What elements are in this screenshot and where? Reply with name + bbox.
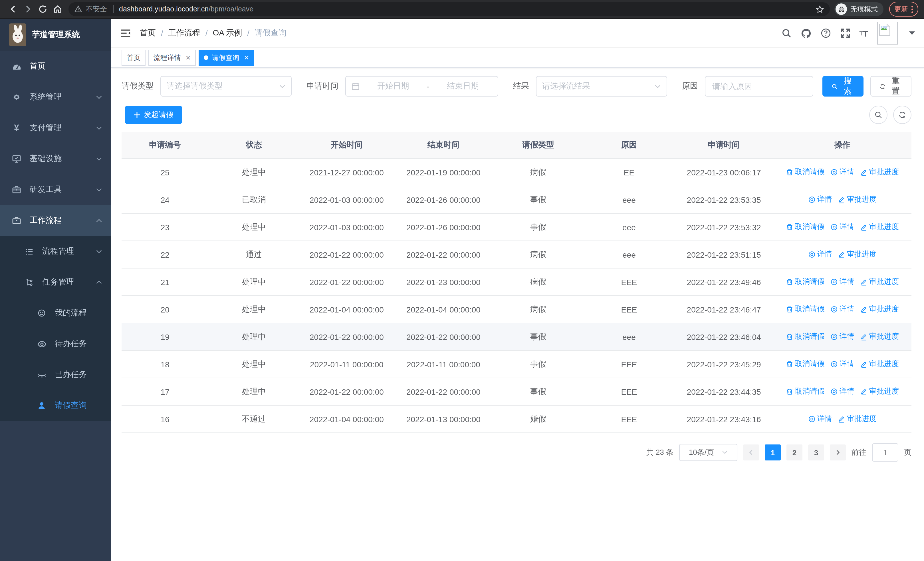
- goto-page-input[interactable]: [872, 443, 898, 462]
- table-cell: 2022-01-03 00:00:00: [299, 186, 394, 214]
- tab-process-detail[interactable]: 流程详情 ✕: [148, 50, 196, 66]
- sidebar-item-payment[interactable]: ¥ 支付管理: [0, 113, 111, 143]
- chevron-down-icon: [96, 248, 102, 254]
- table-cell: 病假: [493, 268, 584, 296]
- result-select[interactable]: 请选择流结果: [536, 76, 667, 96]
- detail-link[interactable]: 详情: [830, 167, 854, 177]
- tags-bar: 首页 流程详情 ✕ 请假查询 ✕: [111, 48, 924, 68]
- breadcrumb-workflow[interactable]: 工作流程: [168, 28, 200, 38]
- approval-progress-link[interactable]: 审批进度: [860, 304, 899, 314]
- search-button[interactable]: 搜索: [822, 76, 864, 96]
- cancel-leave-link[interactable]: 取消请假: [786, 332, 825, 342]
- table-cell: 2022-01-22 23:53:32: [675, 214, 773, 241]
- approval-progress-link[interactable]: 审批进度: [838, 250, 877, 260]
- prev-page-button[interactable]: [743, 444, 759, 460]
- approval-progress-link[interactable]: 审批进度: [838, 414, 877, 424]
- not-secure-icon: [74, 5, 82, 13]
- app-title: 芋道管理系统: [32, 30, 80, 40]
- approval-progress-link[interactable]: 审批进度: [860, 387, 899, 397]
- table-cell: 18: [122, 350, 208, 378]
- approval-progress-link[interactable]: 审批进度: [860, 332, 899, 342]
- url-bar[interactable]: 不安全 dashboard.yudao.iocoder.cn/bpm/oa/le…: [69, 2, 830, 16]
- apply-time-range[interactable]: 开始日期 - 结束日期: [345, 76, 498, 96]
- home-icon[interactable]: [50, 2, 65, 17]
- breadcrumb-oa[interactable]: OA 示例: [213, 28, 242, 38]
- trash-icon: [786, 388, 793, 396]
- search-icon[interactable]: [781, 28, 791, 38]
- sidebar-item-leave-query[interactable]: 请假查询: [0, 390, 111, 421]
- avatar-caret-icon[interactable]: [909, 32, 915, 35]
- cancel-leave-link[interactable]: 取消请假: [786, 167, 825, 177]
- cancel-leave-link[interactable]: 取消请假: [786, 222, 825, 232]
- sidebar-item-todo-tasks[interactable]: 待办任务: [0, 328, 111, 359]
- detail-link[interactable]: 详情: [830, 222, 854, 232]
- font-size-icon[interactable]: TT: [859, 28, 868, 38]
- detail-link[interactable]: 详情: [808, 250, 832, 260]
- avatar[interactable]: [877, 22, 898, 45]
- detail-link[interactable]: 详情: [830, 359, 854, 369]
- github-icon[interactable]: [801, 28, 811, 39]
- back-icon[interactable]: [6, 2, 21, 17]
- tab-home[interactable]: 首页: [122, 50, 146, 66]
- search-icon: [874, 111, 882, 119]
- sidebar-toggle-icon[interactable]: [120, 29, 131, 38]
- sidebar-item-process-mgmt[interactable]: 流程管理: [0, 236, 111, 267]
- sidebar-item-system[interactable]: 系统管理: [0, 82, 111, 113]
- reload-icon[interactable]: [35, 2, 50, 17]
- sidebar-item-devtools[interactable]: 研发工具: [0, 174, 111, 205]
- cancel-leave-link[interactable]: 取消请假: [786, 304, 825, 314]
- refresh-table-button[interactable]: [893, 106, 912, 124]
- sidebar-item-done-tasks[interactable]: 已办任务: [0, 359, 111, 390]
- update-button[interactable]: 更新: [889, 2, 918, 17]
- page-button-2[interactable]: 2: [786, 444, 802, 460]
- table-header-row: 申请编号 状态 开始时间 结束时间 请假类型 原因 申请时间 操作: [122, 132, 912, 158]
- detail-link[interactable]: 详情: [830, 332, 854, 342]
- approval-progress-link[interactable]: 审批进度: [838, 194, 877, 205]
- chevron-down-icon: [96, 156, 102, 162]
- sidebar-item-infra[interactable]: 基础设施: [0, 143, 111, 174]
- approval-progress-link[interactable]: 审批进度: [860, 167, 899, 177]
- sidebar-item-task-mgmt[interactable]: 任务管理: [0, 267, 111, 298]
- table-cell: 19: [122, 323, 208, 350]
- table-cell: 22: [122, 241, 208, 268]
- tab-leave-query[interactable]: 请假查询 ✕: [199, 50, 254, 66]
- table-cell: 2022-01-22 00:00:00: [394, 241, 493, 268]
- sidebar-item-my-process[interactable]: 我的流程: [0, 298, 111, 328]
- page-size-select[interactable]: 10条/页: [679, 444, 737, 461]
- bookmark-icon[interactable]: [816, 5, 824, 14]
- close-icon[interactable]: ✕: [186, 54, 190, 62]
- help-icon[interactable]: [820, 28, 831, 38]
- detail-link[interactable]: 详情: [830, 387, 854, 397]
- page-button-1[interactable]: 1: [765, 444, 781, 460]
- detail-link[interactable]: 详情: [808, 194, 832, 205]
- approval-progress-link[interactable]: 审批进度: [860, 359, 899, 369]
- close-icon[interactable]: ✕: [244, 54, 249, 62]
- table-cell: eee: [584, 323, 674, 350]
- detail-link[interactable]: 详情: [808, 414, 832, 424]
- fullscreen-icon[interactable]: [840, 28, 850, 38]
- sidebar-item-workflow[interactable]: 工作流程: [0, 205, 111, 236]
- page-button-3[interactable]: 3: [808, 444, 824, 460]
- cancel-leave-link[interactable]: 取消请假: [786, 277, 825, 287]
- sidebar-logo[interactable]: 芋道管理系统: [0, 19, 111, 51]
- breadcrumb-home[interactable]: 首页: [140, 28, 156, 38]
- table-row: 20处理中2022-01-04 00:00:002022-01-04 00:00…: [122, 296, 912, 323]
- reason-input[interactable]: [711, 81, 807, 92]
- chevron-down-icon: [96, 125, 102, 131]
- leave-type-select[interactable]: 请选择请假类型: [160, 76, 292, 96]
- forward-icon[interactable]: [21, 2, 35, 17]
- detail-link[interactable]: 详情: [830, 304, 854, 314]
- create-leave-button[interactable]: 发起请假: [125, 106, 182, 124]
- browser-menu-icon[interactable]: [912, 5, 913, 13]
- approval-progress-link[interactable]: 审批进度: [860, 277, 899, 287]
- toggle-search-button[interactable]: [869, 106, 888, 124]
- table-cell: 处理中: [208, 378, 299, 405]
- cancel-leave-link[interactable]: 取消请假: [786, 359, 825, 369]
- sidebar-item-home[interactable]: 首页: [0, 51, 111, 82]
- detail-link[interactable]: 详情: [830, 277, 854, 287]
- table-cell: 23: [122, 214, 208, 241]
- cancel-leave-link[interactable]: 取消请假: [786, 387, 825, 397]
- approval-progress-link[interactable]: 审批进度: [860, 222, 899, 232]
- reset-button[interactable]: 重置: [870, 76, 912, 96]
- next-page-button[interactable]: [830, 444, 846, 460]
